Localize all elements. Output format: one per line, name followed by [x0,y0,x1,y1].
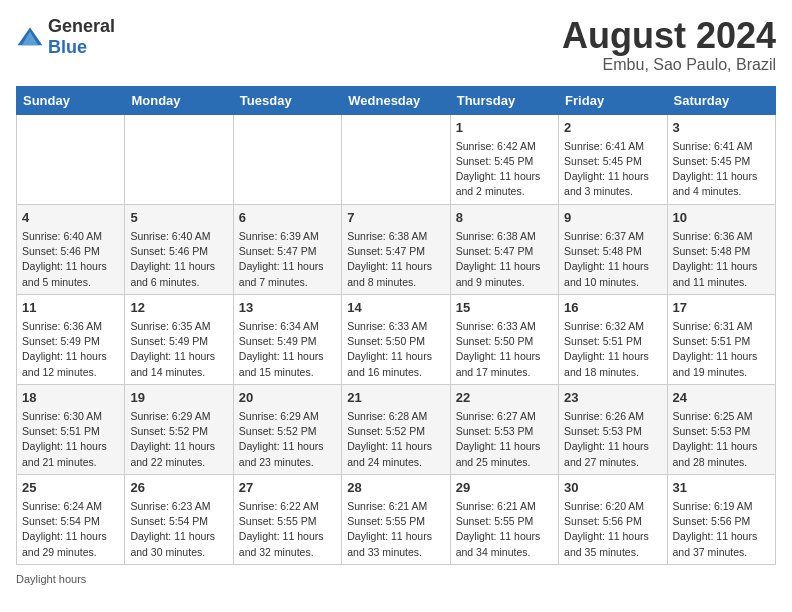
calendar-cell: 12Sunrise: 6:35 AM Sunset: 5:49 PM Dayli… [125,294,233,384]
day-info: Sunrise: 6:25 AM Sunset: 5:53 PM Dayligh… [673,409,770,470]
calendar-cell: 14Sunrise: 6:33 AM Sunset: 5:50 PM Dayli… [342,294,450,384]
day-number: 4 [22,209,119,227]
calendar-cell: 18Sunrise: 6:30 AM Sunset: 5:51 PM Dayli… [17,384,125,474]
calendar-cell: 16Sunrise: 6:32 AM Sunset: 5:51 PM Dayli… [559,294,667,384]
calendar-cell: 21Sunrise: 6:28 AM Sunset: 5:52 PM Dayli… [342,384,450,474]
logo-general: General [48,16,115,36]
day-number: 27 [239,479,336,497]
calendar-cell [233,114,341,204]
calendar-cell: 29Sunrise: 6:21 AM Sunset: 5:55 PM Dayli… [450,474,558,564]
day-number: 17 [673,299,770,317]
day-number: 23 [564,389,661,407]
title-block: August 2024 Embu, Sao Paulo, Brazil [562,16,776,74]
calendar-cell [125,114,233,204]
day-info: Sunrise: 6:29 AM Sunset: 5:52 PM Dayligh… [130,409,227,470]
col-header-friday: Friday [559,86,667,114]
calendar-cell: 9Sunrise: 6:37 AM Sunset: 5:48 PM Daylig… [559,204,667,294]
calendar-cell: 23Sunrise: 6:26 AM Sunset: 5:53 PM Dayli… [559,384,667,474]
day-number: 9 [564,209,661,227]
footer-note: Daylight hours [16,573,776,585]
calendar-cell: 3Sunrise: 6:41 AM Sunset: 5:45 PM Daylig… [667,114,775,204]
calendar-cell: 5Sunrise: 6:40 AM Sunset: 5:46 PM Daylig… [125,204,233,294]
calendar-cell: 19Sunrise: 6:29 AM Sunset: 5:52 PM Dayli… [125,384,233,474]
day-info: Sunrise: 6:33 AM Sunset: 5:50 PM Dayligh… [456,319,553,380]
day-info: Sunrise: 6:26 AM Sunset: 5:53 PM Dayligh… [564,409,661,470]
day-number: 21 [347,389,444,407]
page-subtitle: Embu, Sao Paulo, Brazil [562,56,776,74]
day-number: 2 [564,119,661,137]
col-header-saturday: Saturday [667,86,775,114]
week-row-2: 4Sunrise: 6:40 AM Sunset: 5:46 PM Daylig… [17,204,776,294]
day-number: 13 [239,299,336,317]
day-number: 19 [130,389,227,407]
day-number: 11 [22,299,119,317]
day-info: Sunrise: 6:41 AM Sunset: 5:45 PM Dayligh… [673,139,770,200]
day-number: 22 [456,389,553,407]
day-number: 12 [130,299,227,317]
day-number: 20 [239,389,336,407]
day-number: 15 [456,299,553,317]
week-row-5: 25Sunrise: 6:24 AM Sunset: 5:54 PM Dayli… [17,474,776,564]
page-title: August 2024 [562,16,776,56]
day-info: Sunrise: 6:35 AM Sunset: 5:49 PM Dayligh… [130,319,227,380]
calendar-cell: 24Sunrise: 6:25 AM Sunset: 5:53 PM Dayli… [667,384,775,474]
day-number: 14 [347,299,444,317]
day-info: Sunrise: 6:33 AM Sunset: 5:50 PM Dayligh… [347,319,444,380]
day-number: 29 [456,479,553,497]
day-info: Sunrise: 6:42 AM Sunset: 5:45 PM Dayligh… [456,139,553,200]
day-info: Sunrise: 6:21 AM Sunset: 5:55 PM Dayligh… [456,499,553,560]
calendar-cell: 1Sunrise: 6:42 AM Sunset: 5:45 PM Daylig… [450,114,558,204]
page-header: General Blue August 2024 Embu, Sao Paulo… [16,16,776,74]
day-info: Sunrise: 6:41 AM Sunset: 5:45 PM Dayligh… [564,139,661,200]
day-info: Sunrise: 6:40 AM Sunset: 5:46 PM Dayligh… [22,229,119,290]
col-header-sunday: Sunday [17,86,125,114]
col-header-tuesday: Tuesday [233,86,341,114]
calendar-cell: 11Sunrise: 6:36 AM Sunset: 5:49 PM Dayli… [17,294,125,384]
day-info: Sunrise: 6:32 AM Sunset: 5:51 PM Dayligh… [564,319,661,380]
calendar-cell: 27Sunrise: 6:22 AM Sunset: 5:55 PM Dayli… [233,474,341,564]
col-header-monday: Monday [125,86,233,114]
day-info: Sunrise: 6:28 AM Sunset: 5:52 PM Dayligh… [347,409,444,470]
calendar-cell [342,114,450,204]
calendar-cell: 30Sunrise: 6:20 AM Sunset: 5:56 PM Dayli… [559,474,667,564]
logo-blue: Blue [48,37,87,57]
day-number: 31 [673,479,770,497]
day-info: Sunrise: 6:23 AM Sunset: 5:54 PM Dayligh… [130,499,227,560]
day-number: 5 [130,209,227,227]
day-info: Sunrise: 6:21 AM Sunset: 5:55 PM Dayligh… [347,499,444,560]
calendar-cell: 28Sunrise: 6:21 AM Sunset: 5:55 PM Dayli… [342,474,450,564]
week-row-1: 1Sunrise: 6:42 AM Sunset: 5:45 PM Daylig… [17,114,776,204]
day-number: 3 [673,119,770,137]
logo-icon [16,26,44,48]
day-info: Sunrise: 6:36 AM Sunset: 5:49 PM Dayligh… [22,319,119,380]
day-info: Sunrise: 6:37 AM Sunset: 5:48 PM Dayligh… [564,229,661,290]
week-row-4: 18Sunrise: 6:30 AM Sunset: 5:51 PM Dayli… [17,384,776,474]
day-info: Sunrise: 6:34 AM Sunset: 5:49 PM Dayligh… [239,319,336,380]
calendar-cell: 20Sunrise: 6:29 AM Sunset: 5:52 PM Dayli… [233,384,341,474]
calendar-cell: 17Sunrise: 6:31 AM Sunset: 5:51 PM Dayli… [667,294,775,384]
day-info: Sunrise: 6:38 AM Sunset: 5:47 PM Dayligh… [347,229,444,290]
calendar-cell: 8Sunrise: 6:38 AM Sunset: 5:47 PM Daylig… [450,204,558,294]
day-number: 24 [673,389,770,407]
header-row: SundayMondayTuesdayWednesdayThursdayFrid… [17,86,776,114]
calendar-cell: 2Sunrise: 6:41 AM Sunset: 5:45 PM Daylig… [559,114,667,204]
day-info: Sunrise: 6:22 AM Sunset: 5:55 PM Dayligh… [239,499,336,560]
day-number: 18 [22,389,119,407]
calendar-cell: 7Sunrise: 6:38 AM Sunset: 5:47 PM Daylig… [342,204,450,294]
day-info: Sunrise: 6:39 AM Sunset: 5:47 PM Dayligh… [239,229,336,290]
day-number: 16 [564,299,661,317]
logo-text: General Blue [48,16,115,58]
day-info: Sunrise: 6:20 AM Sunset: 5:56 PM Dayligh… [564,499,661,560]
calendar-cell: 26Sunrise: 6:23 AM Sunset: 5:54 PM Dayli… [125,474,233,564]
day-info: Sunrise: 6:24 AM Sunset: 5:54 PM Dayligh… [22,499,119,560]
calendar-cell: 15Sunrise: 6:33 AM Sunset: 5:50 PM Dayli… [450,294,558,384]
day-info: Sunrise: 6:40 AM Sunset: 5:46 PM Dayligh… [130,229,227,290]
day-number: 8 [456,209,553,227]
day-number: 25 [22,479,119,497]
day-number: 26 [130,479,227,497]
calendar-cell: 31Sunrise: 6:19 AM Sunset: 5:56 PM Dayli… [667,474,775,564]
col-header-wednesday: Wednesday [342,86,450,114]
day-info: Sunrise: 6:36 AM Sunset: 5:48 PM Dayligh… [673,229,770,290]
day-number: 28 [347,479,444,497]
calendar-table: SundayMondayTuesdayWednesdayThursdayFrid… [16,86,776,565]
